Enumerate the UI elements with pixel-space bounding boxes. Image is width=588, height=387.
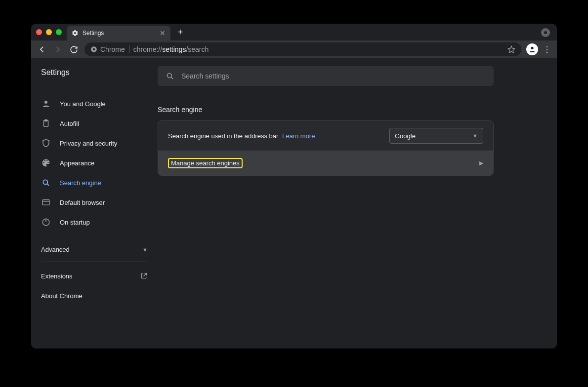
power-icon	[41, 217, 51, 227]
sidebar-item-label: You and Google	[60, 100, 106, 108]
main-panel: Search engine Search engine used in the …	[158, 58, 557, 348]
sidebar-item-label: On startup	[60, 219, 90, 226]
browser-tab[interactable]: Settings ✕	[67, 26, 170, 40]
sidebar-item-label: Search engine	[60, 179, 101, 187]
address-bar[interactable]: Chrome chrome://settings/search	[84, 42, 521, 56]
sidebar: Settings You and Google Autofill Privacy…	[31, 58, 158, 348]
manage-search-engines-row[interactable]: Manage search engines ▶	[158, 151, 493, 175]
palette-icon	[41, 158, 51, 168]
svg-point-1	[93, 48, 95, 51]
external-link-icon	[140, 272, 148, 280]
sidebar-item-default-browser[interactable]: Default browser	[31, 193, 158, 212]
tab-title: Settings	[83, 30, 104, 37]
site-label: Chrome	[100, 45, 125, 53]
person-icon	[41, 99, 51, 109]
row-label: Search engine used in the address bar Le…	[168, 132, 315, 140]
clipboard-icon	[41, 118, 51, 128]
extensions-label: Extensions	[41, 272, 73, 280]
advanced-label: Advanced	[41, 246, 70, 253]
maximize-window-button[interactable]	[56, 29, 62, 35]
default-search-engine-row: Search engine used in the address bar Le…	[158, 121, 493, 151]
browser-icon	[41, 197, 51, 207]
close-tab-button[interactable]: ✕	[160, 29, 166, 37]
about-label: About Chrome	[41, 292, 83, 300]
search-icon	[41, 178, 51, 188]
settings-page: Settings You and Google Autofill Privacy…	[31, 58, 557, 348]
tab-strip: Settings ✕ +	[31, 24, 557, 40]
incognito-indicator-icon[interactable]	[541, 28, 550, 37]
svg-point-3	[44, 101, 47, 104]
sidebar-about-link[interactable]: About Chrome	[31, 286, 158, 306]
settings-search-box[interactable]	[158, 66, 494, 86]
svg-point-6	[43, 180, 47, 184]
sidebar-item-label: Privacy and security	[60, 140, 117, 147]
reload-button[interactable]	[67, 42, 81, 56]
svg-point-2	[531, 47, 533, 49]
sidebar-item-label: Autofill	[60, 120, 79, 127]
window-controls	[36, 29, 62, 35]
dropdown-caret-icon: ▼	[472, 133, 478, 139]
profile-button[interactable]	[526, 43, 538, 55]
sidebar-item-search-engine[interactable]: Search engine	[31, 173, 158, 193]
sidebar-item-autofill[interactable]: Autofill	[31, 114, 158, 133]
chevron-right-icon: ▶	[479, 160, 483, 166]
chevron-down-icon: ▼	[142, 247, 148, 253]
search-engine-card: Search engine used in the address bar Le…	[158, 120, 494, 176]
sidebar-advanced-toggle[interactable]: Advanced ▼	[31, 238, 158, 262]
url-text: chrome://settings/search	[133, 45, 209, 53]
svg-point-9	[167, 73, 171, 77]
close-window-button[interactable]	[36, 29, 42, 35]
sidebar-extensions-link[interactable]: Extensions	[31, 266, 158, 286]
bookmark-star-icon[interactable]	[507, 45, 515, 53]
minimize-window-button[interactable]	[46, 29, 52, 35]
menu-button[interactable]: ⋮	[541, 45, 553, 54]
new-tab-button[interactable]: +	[174, 27, 186, 38]
chrome-icon	[90, 46, 97, 53]
shield-icon	[41, 138, 51, 148]
sidebar-divider	[41, 262, 148, 262]
gear-icon	[72, 30, 79, 37]
settings-search-input[interactable]	[181, 72, 486, 80]
learn-more-link[interactable]: Learn more	[282, 132, 315, 140]
sidebar-item-appearance[interactable]: Appearance	[31, 153, 158, 173]
search-icon	[166, 72, 174, 80]
manage-search-engines-label: Manage search engines	[168, 158, 243, 168]
sidebar-item-startup[interactable]: On startup	[31, 212, 158, 232]
svg-rect-7	[42, 200, 49, 205]
svg-rect-5	[45, 120, 47, 121]
site-info: Chrome	[90, 45, 129, 53]
selected-engine: Google	[395, 132, 416, 140]
sidebar-item-privacy[interactable]: Privacy and security	[31, 133, 158, 153]
toolbar: Chrome chrome://settings/search ⋮	[31, 40, 557, 58]
sidebar-item-label: Appearance	[60, 159, 94, 167]
sidebar-item-you-and-google[interactable]: You and Google	[31, 94, 158, 114]
section-title: Search engine	[158, 106, 537, 114]
forward-button[interactable]	[51, 42, 65, 56]
browser-window: Settings ✕ + Chrome chrome://settings/se…	[31, 24, 557, 348]
search-engine-select[interactable]: Google ▼	[389, 128, 483, 144]
back-button[interactable]	[35, 42, 49, 56]
sidebar-item-label: Default browser	[60, 199, 105, 206]
page-title: Settings	[31, 66, 158, 86]
